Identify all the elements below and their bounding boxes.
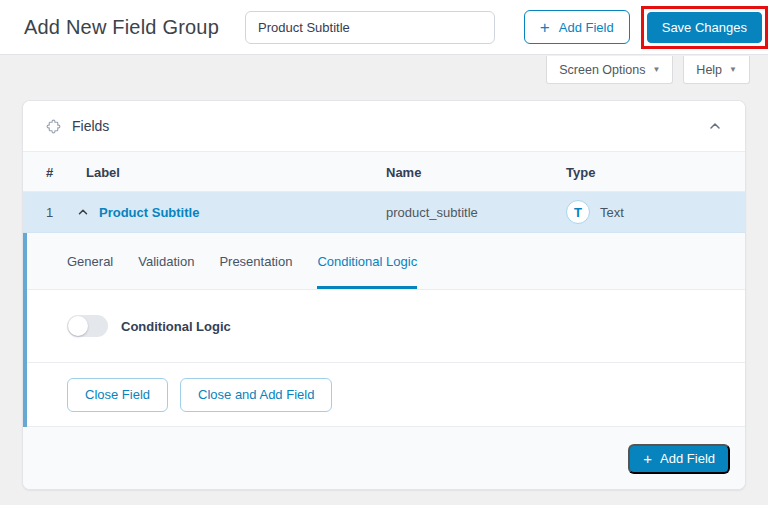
column-label: Label xyxy=(86,164,120,179)
field-row-type: T Text xyxy=(566,200,624,224)
save-changes-button[interactable]: Save Changes xyxy=(647,12,762,43)
fields-panel-header: Fields xyxy=(23,101,745,152)
field-row-name: product_subtitle xyxy=(386,205,478,220)
close-and-add-field-button[interactable]: Close and Add Field xyxy=(180,378,332,412)
help-label: Help xyxy=(696,63,722,77)
page-header: Add New Field Group + Add Field Save Cha… xyxy=(0,0,768,55)
fields-panel-footer: + Add Field xyxy=(23,427,745,490)
add-field-label: Add Field xyxy=(559,20,614,35)
help-button[interactable]: Help ▼ xyxy=(683,56,750,84)
plus-icon: + xyxy=(643,451,652,466)
panel-collapse-button[interactable] xyxy=(707,118,723,134)
column-type: Type xyxy=(566,164,595,179)
field-row-product-subtitle[interactable]: 1 Product Subtitle product_subtitle T Te… xyxy=(23,192,745,233)
field-settings-tabs: General Validation Presentation Conditio… xyxy=(27,233,745,290)
conditional-logic-toggle[interactable] xyxy=(67,315,108,337)
tab-presentation[interactable]: Presentation xyxy=(219,233,292,289)
toggle-knob xyxy=(68,316,88,336)
tab-validation[interactable]: Validation xyxy=(138,233,194,289)
conditional-logic-toggle-label: Conditional Logic xyxy=(121,319,231,334)
caret-down-icon: ▼ xyxy=(729,65,737,74)
page-title: Add New Field Group xyxy=(24,16,219,39)
plus-icon: + xyxy=(540,19,550,36)
fields-panel: Fields # Label Name Type 1 Product Subti… xyxy=(22,100,746,490)
add-field-button-top[interactable]: + Add Field xyxy=(524,10,630,44)
save-changes-label: Save Changes xyxy=(662,20,747,35)
column-name: Name xyxy=(386,164,421,179)
field-settings-section: General Validation Presentation Conditio… xyxy=(23,233,745,427)
field-row-order: 1 xyxy=(46,205,53,220)
save-changes-highlight-box: Save Changes xyxy=(641,6,768,49)
fields-panel-title: Fields xyxy=(72,118,109,134)
screen-options-label: Screen Options xyxy=(559,63,645,77)
tab-conditional-logic[interactable]: Conditional Logic xyxy=(317,233,417,289)
field-close-actions: Close Field Close and Add Field xyxy=(27,363,745,427)
column-order: # xyxy=(46,164,53,179)
screen-options-button[interactable]: Screen Options ▼ xyxy=(546,56,673,84)
text-type-icon: T xyxy=(566,200,590,224)
field-group-title-input[interactable] xyxy=(245,11,495,44)
field-row-label-link[interactable]: Product Subtitle xyxy=(99,205,199,220)
collapse-field-chevron-icon[interactable] xyxy=(76,205,90,219)
add-field-button-bottom[interactable]: + Add Field xyxy=(628,444,730,474)
tab-general[interactable]: General xyxy=(67,233,113,289)
screen-meta-tabs: Screen Options ▼ Help ▼ xyxy=(546,56,750,84)
puzzle-icon xyxy=(45,118,62,135)
add-field-label: Add Field xyxy=(660,451,715,466)
fields-table-header: # Label Name Type xyxy=(23,152,745,192)
caret-down-icon: ▼ xyxy=(652,65,660,74)
field-row-type-label: Text xyxy=(600,205,624,220)
close-field-button[interactable]: Close Field xyxy=(67,378,168,412)
conditional-logic-setting: Conditional Logic xyxy=(27,290,745,363)
